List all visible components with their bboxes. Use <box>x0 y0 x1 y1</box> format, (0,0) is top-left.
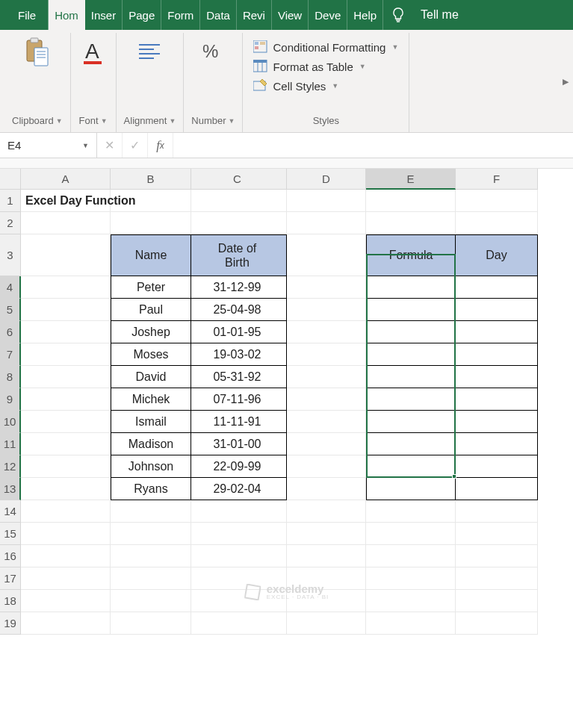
alignment-icon[interactable] <box>134 39 164 66</box>
cell-F4[interactable] <box>456 276 538 299</box>
cell-C6[interactable]: 01-01-95 <box>191 321 287 343</box>
lightbulb-icon[interactable] <box>383 0 413 30</box>
cell-C11[interactable]: 31-01-00 <box>191 433 287 455</box>
row-header-2[interactable]: 2 <box>0 212 21 234</box>
cell-F18[interactable] <box>456 590 538 612</box>
cell-B18[interactable] <box>111 590 191 612</box>
row-header-5[interactable]: 5 <box>0 299 21 321</box>
cell-E15[interactable] <box>366 523 456 545</box>
row-header-3[interactable]: 3 <box>0 234 21 276</box>
cancel-formula-button[interactable]: ✕ <box>97 133 123 158</box>
row-header-17[interactable]: 17 <box>0 567 21 590</box>
row-header-4[interactable]: 4 <box>0 276 21 299</box>
cell-B4[interactable]: Peter <box>111 276 191 299</box>
cell-A15[interactable] <box>21 523 111 545</box>
cell-B8[interactable]: David <box>111 366 191 388</box>
cell-C14[interactable] <box>191 500 287 523</box>
cell-F5[interactable] <box>456 299 538 321</box>
cell-E1[interactable] <box>366 190 456 212</box>
cell-D11[interactable] <box>287 433 366 455</box>
cell-E9[interactable] <box>366 388 456 411</box>
tab-file[interactable]: File <box>6 0 49 30</box>
cell-A14[interactable] <box>21 500 111 523</box>
cell-E7[interactable] <box>366 343 456 366</box>
group-label-clipboard[interactable]: Clipboard▼ <box>12 112 63 131</box>
cell-E18[interactable] <box>366 590 456 612</box>
enter-formula-button[interactable]: ✓ <box>123 133 148 158</box>
cell-E2[interactable] <box>366 212 456 234</box>
cell-E19[interactable] <box>366 612 456 635</box>
cell-F8[interactable] <box>456 366 538 388</box>
col-header-A[interactable]: A <box>21 169 111 190</box>
cell-D16[interactable] <box>287 545 366 567</box>
tab-insert[interactable]: Inser <box>85 0 123 30</box>
cell-A16[interactable] <box>21 545 111 567</box>
cell-A3[interactable] <box>21 234 111 276</box>
cell-F2[interactable] <box>456 212 538 234</box>
cell-A9[interactable] <box>21 388 111 411</box>
cell-D14[interactable] <box>287 500 366 523</box>
row-header-18[interactable]: 18 <box>0 590 21 612</box>
row-header-9[interactable]: 9 <box>0 388 21 411</box>
cell-D5[interactable] <box>287 299 366 321</box>
row-header-16[interactable]: 16 <box>0 545 21 567</box>
cell-D13[interactable] <box>287 478 366 500</box>
row-header-13[interactable]: 13 <box>0 478 21 500</box>
cell-D12[interactable] <box>287 455 366 478</box>
row-header-14[interactable]: 14 <box>0 500 21 523</box>
tab-home[interactable]: Hom <box>49 0 85 30</box>
cell-A2[interactable] <box>21 212 111 234</box>
cell-B12[interactable]: Johnson <box>111 455 191 478</box>
group-label-font[interactable]: Font▼ <box>79 112 108 131</box>
cell-E4[interactable] <box>366 276 456 299</box>
cell-C9[interactable]: 07-11-96 <box>191 388 287 411</box>
cell-A1[interactable]: Excel Day Function <box>21 190 111 212</box>
font-icon[interactable]: A <box>78 39 108 66</box>
ribbon-scroll-right-icon[interactable]: ▶ <box>563 76 569 86</box>
cell-styles-button[interactable]: Cell Styles▼ <box>253 76 398 96</box>
cell-C1[interactable] <box>191 190 287 212</box>
tell-me-search[interactable]: Tell me <box>413 0 466 30</box>
cell-A13[interactable] <box>21 478 111 500</box>
tab-data[interactable]: Data <box>200 0 237 30</box>
cell-E5[interactable] <box>366 299 456 321</box>
cell-A18[interactable] <box>21 590 111 612</box>
cell-D3[interactable] <box>287 234 366 276</box>
formula-input[interactable] <box>173 133 573 158</box>
cell-A6[interactable] <box>21 321 111 343</box>
cell-D19[interactable] <box>287 612 366 635</box>
cell-E17[interactable] <box>366 567 456 590</box>
cell-B17[interactable] <box>111 567 191 590</box>
cell-C12[interactable]: 22-09-99 <box>191 455 287 478</box>
cell-A10[interactable] <box>21 411 111 433</box>
cell-F13[interactable] <box>456 478 538 500</box>
cell-B13[interactable]: Ryans <box>111 478 191 500</box>
select-all-corner[interactable] <box>0 169 21 190</box>
tab-view[interactable]: View <box>272 0 309 30</box>
col-header-C[interactable]: C <box>191 169 287 190</box>
col-header-B[interactable]: B <box>111 169 191 190</box>
cell-E12[interactable] <box>366 455 456 478</box>
row-header-19[interactable]: 19 <box>0 612 21 635</box>
cell-D1[interactable] <box>287 190 366 212</box>
cell-B10[interactable]: Ismail <box>111 411 191 433</box>
cell-E14[interactable] <box>366 500 456 523</box>
cell-A12[interactable] <box>21 455 111 478</box>
cell-C16[interactable] <box>191 545 287 567</box>
cell-B9[interactable]: Michek <box>111 388 191 411</box>
cell-D15[interactable] <box>287 523 366 545</box>
cell-C5[interactable]: 25-04-98 <box>191 299 287 321</box>
row-header-10[interactable]: 10 <box>0 411 21 433</box>
cell-B16[interactable] <box>111 545 191 567</box>
cell-F10[interactable] <box>456 411 538 433</box>
cell-C19[interactable] <box>191 612 287 635</box>
number-icon[interactable]: % <box>198 39 228 66</box>
cell-D10[interactable] <box>287 411 366 433</box>
cell-F6[interactable] <box>456 321 538 343</box>
cell-D9[interactable] <box>287 388 366 411</box>
cell-F3[interactable]: Day <box>456 234 538 276</box>
cell-B11[interactable]: Madison <box>111 433 191 455</box>
cell-B7[interactable]: Moses <box>111 343 191 366</box>
cell-F12[interactable] <box>456 455 538 478</box>
cell-C13[interactable]: 29-02-04 <box>191 478 287 500</box>
